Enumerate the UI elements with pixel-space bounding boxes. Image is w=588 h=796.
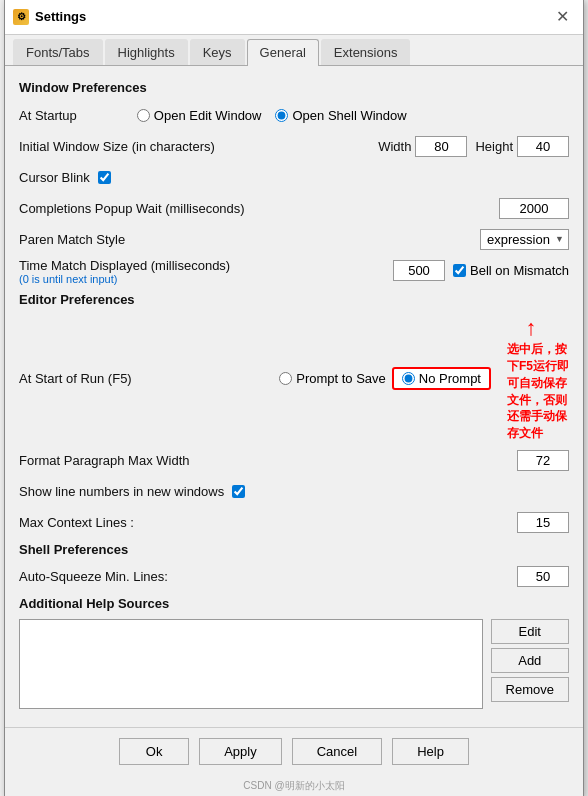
at-startup-label: At Startup: [19, 108, 77, 123]
apply-button[interactable]: Apply: [199, 738, 282, 765]
radio-no-prompt-label: No Prompt: [419, 371, 481, 386]
show-line-numbers-label: Show line numbers in new windows: [19, 484, 224, 499]
bell-mismatch-checkbox[interactable]: [453, 264, 466, 277]
tab-bar: Fonts/Tabs Highlights Keys General Exten…: [5, 35, 583, 66]
radio-open-shell-option[interactable]: Open Shell Window: [275, 108, 406, 123]
format-para-row: Format Paragraph Max Width 72: [19, 449, 569, 473]
editor-prefs-title: Editor Preferences: [19, 292, 569, 307]
tab-extensions[interactable]: Extensions: [321, 39, 411, 65]
show-line-numbers-row: Show line numbers in new windows: [19, 480, 569, 504]
annotation-text: 选中后，按 下F5运行即 可自动保存 文件，否则 还需手动保 存文件: [507, 341, 569, 442]
remove-button[interactable]: Remove: [491, 677, 569, 702]
radio-prompt-save-option[interactable]: Prompt to Save: [279, 371, 386, 386]
help-sources-list[interactable]: [19, 619, 483, 709]
window-size-row: Initial Window Size (in characters) Widt…: [19, 134, 569, 158]
help-sources-area: Edit Add Remove: [19, 619, 569, 709]
help-sources-title: Additional Help Sources: [19, 596, 569, 611]
radio-prompt-save-label: Prompt to Save: [296, 371, 386, 386]
paren-match-select[interactable]: expression: [480, 229, 569, 250]
at-startup-radios: Open Edit Window Open Shell Window: [137, 108, 407, 123]
paren-match-label: Paren Match Style: [19, 232, 125, 247]
tab-general[interactable]: General: [247, 39, 319, 66]
height-label: Height: [475, 139, 513, 154]
cancel-button[interactable]: Cancel: [292, 738, 382, 765]
cursor-blink-label: Cursor Blink: [19, 170, 90, 185]
help-sources-buttons: Edit Add Remove: [491, 619, 569, 709]
tab-keys[interactable]: Keys: [190, 39, 245, 65]
radio-no-prompt-option[interactable]: No Prompt: [402, 371, 481, 386]
format-para-input[interactable]: 72: [517, 450, 569, 471]
content-area: Window Preferences At Startup Open Edit …: [5, 66, 583, 727]
window-title: Settings: [35, 9, 86, 24]
ok-button[interactable]: Ok: [119, 738, 189, 765]
window-size-label: Initial Window Size (in characters): [19, 139, 215, 154]
radio-prompt-save[interactable]: [279, 372, 292, 385]
settings-icon: ⚙: [13, 9, 29, 25]
format-para-label: Format Paragraph Max Width: [19, 453, 190, 468]
tab-highlights[interactable]: Highlights: [105, 39, 188, 65]
at-start-row: At Start of Run (F5) Prompt to Save No P…: [19, 315, 569, 442]
completions-input[interactable]: 2000: [499, 198, 569, 219]
edit-button[interactable]: Edit: [491, 619, 569, 644]
width-label: Width: [378, 139, 411, 154]
radio-open-shell[interactable]: [275, 109, 288, 122]
show-line-numbers-checkbox[interactable]: [232, 485, 245, 498]
tab-fonts-tabs[interactable]: Fonts/Tabs: [13, 39, 103, 65]
help-button[interactable]: Help: [392, 738, 469, 765]
time-match-row: Time Match Displayed (milliseconds) (0 i…: [19, 258, 569, 285]
watermark: CSDN @明新的小太阳: [5, 777, 583, 796]
height-input[interactable]: 40: [517, 136, 569, 157]
settings-window: ⚙ Settings ✕ Fonts/Tabs Highlights Keys …: [4, 0, 584, 796]
at-startup-row: At Startup Open Edit Window Open Shell W…: [19, 103, 569, 127]
completions-label: Completions Popup Wait (milliseconds): [19, 201, 245, 216]
add-button[interactable]: Add: [491, 648, 569, 673]
max-context-row: Max Context Lines : 15: [19, 511, 569, 535]
completions-row: Completions Popup Wait (milliseconds) 20…: [19, 196, 569, 220]
close-button[interactable]: ✕: [550, 5, 575, 28]
cursor-blink-row: Cursor Blink: [19, 165, 569, 189]
cursor-blink-checkbox[interactable]: [98, 171, 111, 184]
annotation-area: ↑ 选中后，按 下F5运行即 可自动保存 文件，否则 还需手动保 存文件: [497, 315, 569, 442]
radio-open-edit[interactable]: [137, 109, 150, 122]
footer: Ok Apply Cancel Help: [5, 727, 583, 777]
time-match-labels: Time Match Displayed (milliseconds) (0 i…: [19, 258, 230, 285]
radio-open-edit-label: Open Edit Window: [154, 108, 262, 123]
title-bar-left: ⚙ Settings: [13, 9, 86, 25]
paren-match-select-wrap: expression: [480, 229, 569, 250]
time-match-label: Time Match Displayed (milliseconds): [19, 258, 230, 273]
max-context-label: Max Context Lines :: [19, 515, 134, 530]
at-start-label: At Start of Run (F5): [19, 371, 132, 386]
bell-mismatch-option[interactable]: Bell on Mismatch: [453, 263, 569, 278]
auto-squeeze-input[interactable]: 50: [517, 566, 569, 587]
window-prefs-title: Window Preferences: [19, 80, 569, 95]
radio-no-prompt[interactable]: [402, 372, 415, 385]
bell-mismatch-label: Bell on Mismatch: [470, 263, 569, 278]
no-prompt-box: No Prompt: [392, 367, 491, 390]
title-bar: ⚙ Settings ✕: [5, 0, 583, 35]
shell-prefs-title: Shell Preferences: [19, 542, 569, 557]
width-input[interactable]: 80: [415, 136, 467, 157]
auto-squeeze-label: Auto-Squeeze Min. Lines:: [19, 569, 168, 584]
radio-open-shell-label: Open Shell Window: [292, 108, 406, 123]
max-context-input[interactable]: 15: [517, 512, 569, 533]
auto-squeeze-row: Auto-Squeeze Min. Lines: 50: [19, 565, 569, 589]
paren-match-row: Paren Match Style expression: [19, 227, 569, 251]
annotation-arrow: ↑: [525, 315, 536, 341]
radio-open-edit-option[interactable]: Open Edit Window: [137, 108, 262, 123]
time-match-input[interactable]: 500: [393, 260, 445, 281]
time-match-sub: (0 is until next input): [19, 273, 230, 285]
